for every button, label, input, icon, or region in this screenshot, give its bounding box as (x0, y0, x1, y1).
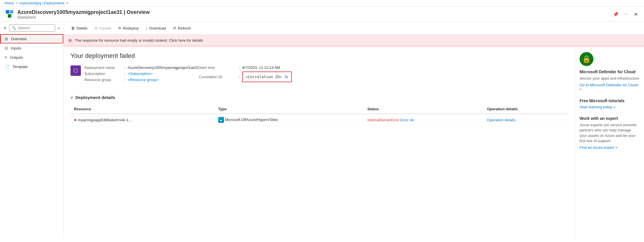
subscription-link[interactable]: <Subscription> (128, 72, 153, 76)
defender-icon: 🔒 (580, 52, 593, 66)
template-icon: 📄 (5, 64, 10, 69)
correlation-box: <Correlation ID> ⧉ (242, 72, 292, 82)
deployment-table: Resource Type Status Operation details ●… (70, 104, 568, 126)
page-title: AzureDiscovery1005myazmigproject1ae31 | … (17, 9, 609, 15)
defender-section: Microsoft Defender for Cloud Secure your… (580, 69, 639, 91)
info-row-rg: Resource group : <Resource group> (84, 78, 199, 82)
refresh-button[interactable]: ↺ Refresh (170, 24, 194, 32)
chevron-icon: ∨ (70, 96, 73, 100)
deployment-details-section: ∨ Deployment details Resource Type Statu… (70, 95, 568, 126)
col-status: Status (364, 104, 483, 114)
overview-label: Overview (11, 37, 27, 41)
command-bar: 🗑 Delete ⊘ Cancel ⟲ Redeploy ↓ Download … (64, 22, 644, 35)
cancel-button[interactable]: ⊘ Cancel (92, 24, 114, 32)
col-type: Type (215, 104, 364, 114)
deployment-icon: ⬡ (70, 65, 81, 76)
sidebar-item-outputs[interactable]: ≡ Outputs (0, 53, 63, 62)
collapse-button[interactable]: ✕ (2, 25, 8, 32)
rg-value: <Resource group> (128, 78, 159, 82)
defender-description: Secure your apps and infrastructure (580, 76, 639, 81)
copy-correlation-button[interactable]: ⧉ (284, 74, 288, 80)
top-actions: 📌 ··· ✕ (611, 10, 639, 18)
sidebar-nav: ⊞ Overview ⊟ Inputs ≡ Outputs 📄 Template (0, 34, 63, 71)
info-left: Deployment name : AzureDiscovery1005myaz… (84, 65, 199, 82)
app-icon (5, 9, 15, 19)
outputs-icon: ≡ (5, 55, 7, 60)
status-value: InternalServerError (367, 118, 399, 122)
error-indicator: ● (74, 117, 77, 122)
rg-link[interactable]: <Resource group> (128, 78, 159, 82)
info-row-time: Start time : 8/7/2023, 11:12:13 AM (199, 65, 314, 70)
section-title: Deployment details (75, 95, 115, 100)
inputs-label: Inputs (11, 46, 21, 50)
template-label: Template (12, 65, 28, 69)
alert-message: The response for resource had empty or i… (75, 38, 203, 43)
start-time-label: Start time (199, 65, 237, 70)
svg-rect-0 (6, 10, 9, 14)
name-label: Deployment name (84, 65, 122, 70)
deployment-failed-title: Your deployment failed (70, 52, 568, 60)
info-row-subscription: Subscription : <Subscription> (84, 72, 199, 76)
table-header-row: Resource Type Status Operation details (70, 104, 568, 114)
resource-type: Microsoft.OffAzure/HyperVSites (225, 118, 278, 122)
breadcrumb-sep1: > (16, 1, 18, 5)
svg-rect-1 (10, 10, 13, 14)
search-box[interactable]: 🔍 (9, 24, 55, 32)
info-right: Start time : 8/7/2023, 11:12:13 AM Corre… (199, 65, 314, 82)
subscription-value: <Subscription> (128, 72, 153, 76)
tutorials-link[interactable]: Start learning today > (580, 105, 615, 109)
expert-title: Work with an expert (580, 116, 639, 121)
info-row-correlation: Correlation ID : <Correlation ID> ⧉ (199, 72, 314, 82)
download-button[interactable]: ↓ Download (143, 24, 169, 32)
app-title-area: AzureDiscovery1005myazmigproject1ae31 | … (17, 9, 609, 19)
download-icon: ↓ (146, 26, 148, 30)
sidebar-item-inputs[interactable]: ⊟ Inputs (0, 43, 63, 53)
right-panel: 🔒 Microsoft Defender for Cloud Secure yo… (575, 46, 644, 238)
table-body: ● myazmigsapp6386site/rrn44-1... ☁ Micro… (70, 114, 568, 126)
collapse-left-button[interactable]: « (56, 25, 61, 32)
more-button[interactable]: ··· (623, 10, 630, 18)
breadcrumb-sep2: > (66, 1, 68, 5)
delete-button[interactable]: 🗑 Delete (68, 24, 90, 32)
overview-icon: ⊞ (5, 36, 8, 41)
error-details-link[interactable]: Error de (400, 118, 414, 122)
content-main: Your deployment failed ⬡ Deployment name… (64, 46, 575, 238)
svg-rect-2 (8, 14, 11, 18)
alert-banner[interactable]: ⊗ The response for resource had empty or… (64, 35, 644, 46)
defender-link[interactable]: Go to Microsoft Defender for Cloud > (580, 83, 638, 91)
sidebar-toolbar: ✕ 🔍 « (0, 22, 63, 34)
resource-type-icon: ☁ (218, 117, 224, 123)
cancel-icon: ⊘ (94, 26, 98, 30)
type-cell: ☁ Microsoft.OffAzure/HyperVSites (215, 114, 364, 126)
tutorials-section: Free Microsoft tutorials Start learning … (580, 98, 639, 109)
start-time-value: 8/7/2023, 11:12:13 AM (242, 65, 280, 70)
breadcrumb-home[interactable]: Home (5, 1, 14, 5)
rg-label: Resource group (84, 78, 122, 82)
expert-link[interactable]: Find an Azure expert > (580, 145, 617, 150)
close-button[interactable]: ✕ (632, 10, 639, 18)
search-input[interactable] (18, 26, 53, 30)
pin-button[interactable]: 📌 (611, 10, 620, 18)
deployment-details-header[interactable]: ∨ Deployment details (70, 95, 568, 100)
sidebar-item-overview[interactable]: ⊞ Overview (0, 34, 63, 43)
col-operation: Operation details (484, 104, 568, 114)
breadcrumb-deployments[interactable]: myazuremigrg | Deployments (19, 1, 64, 5)
table-row: ● myazmigsapp6386site/rrn44-1... ☁ Micro… (70, 114, 568, 126)
col-resource: Resource (70, 104, 215, 114)
main-layout: ✕ 🔍 « ⊞ Overview ⊟ Inputs ≡ Outputs 📄 Te… (0, 22, 644, 238)
info-grid: Deployment name : AzureDiscovery1005myaz… (84, 65, 314, 82)
operation-details-link[interactable]: Operation details (487, 118, 515, 122)
expert-section: Work with an expert Azure experts are se… (580, 116, 639, 150)
delete-icon: 🗑 (71, 26, 75, 30)
deployment-header: ⬡ Deployment name : AzureDiscovery1005my… (70, 65, 568, 89)
outputs-label: Outputs (10, 55, 23, 60)
redeploy-button[interactable]: ⟲ Redeploy (115, 24, 142, 32)
sidebar: ✕ 🔍 « ⊞ Overview ⊟ Inputs ≡ Outputs 📄 Te… (0, 22, 64, 238)
status-cell: InternalServerError Error de (364, 114, 483, 126)
inputs-icon: ⊟ (5, 46, 8, 50)
sidebar-item-template[interactable]: 📄 Template (0, 62, 63, 71)
breadcrumb: Home > myazuremigrg | Deployments > (0, 0, 644, 7)
resource-name: myazmigsapp6386site/rrn44-1... (78, 118, 131, 122)
subscription-label: Subscription (84, 72, 122, 76)
operation-cell: Operation details (484, 114, 568, 126)
